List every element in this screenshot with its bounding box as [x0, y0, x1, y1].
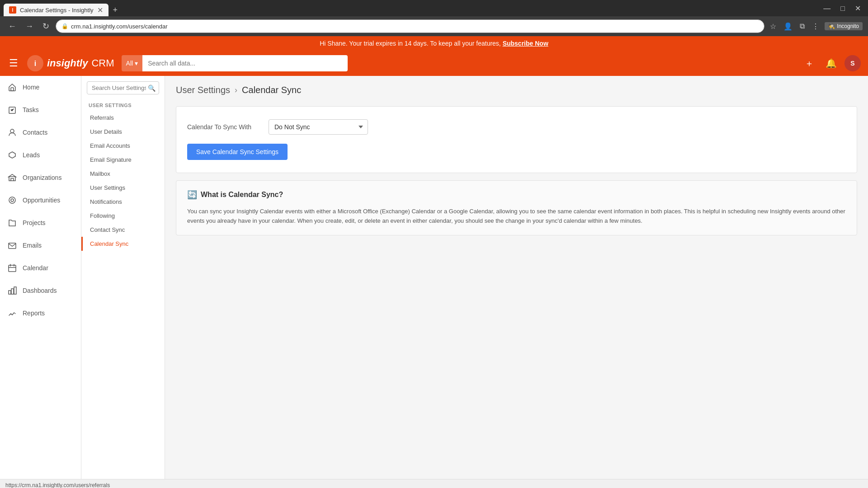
settings-nav-email-signature[interactable]: Email Signature: [81, 153, 165, 167]
breadcrumb: User Settings › Calendar Sync: [176, 85, 857, 95]
svg-rect-11: [9, 291, 11, 294]
logo-area: i insightly CRM: [27, 55, 114, 71]
calendar-sync-select[interactable]: Do Not Sync Google Calendar Microsoft Of…: [269, 119, 368, 135]
sidebar-item-opportunities[interactable]: Opportunities: [0, 189, 81, 211]
maximize-button[interactable]: □: [837, 3, 849, 14]
minimize-button[interactable]: —: [820, 3, 834, 14]
sidebar-item-organizations[interactable]: Organizations: [0, 166, 81, 189]
main-layout: Home Tasks Contacts Leads Organizations: [0, 76, 868, 479]
calendar-sync-info-card: 🔄 What is Calendar Sync? You can sync yo…: [176, 180, 857, 235]
svg-rect-13: [14, 287, 16, 294]
projects-icon: [7, 218, 17, 228]
tab-favicon: I: [9, 6, 16, 14]
incognito-badge: 🕵 Incognito: [825, 22, 863, 30]
notifications-bell-icon[interactable]: 🔔: [823, 55, 839, 71]
address-text: crm.na1.insightly.com/users/calendar: [71, 23, 168, 30]
svg-point-8: [11, 199, 14, 202]
breadcrumb-current: Calendar Sync: [242, 85, 301, 95]
settings-sidebar: 🔍 USER SETTINGS Referrals User Details E…: [81, 76, 165, 479]
sidebar-label-calendar: Calendar: [23, 264, 48, 272]
forward-button[interactable]: →: [23, 20, 36, 33]
sidebar-item-tasks[interactable]: Tasks: [0, 99, 81, 121]
reports-icon: [7, 308, 17, 318]
settings-nav-referrals[interactable]: Referrals: [81, 111, 165, 125]
hamburger-menu-icon[interactable]: ☰: [7, 56, 20, 71]
svg-marker-5: [9, 152, 15, 158]
header-icons: ＋ 🔔 S: [801, 55, 861, 71]
reload-button[interactable]: ↻: [40, 19, 52, 33]
svg-rect-10: [9, 265, 16, 272]
sidebar-item-reports[interactable]: Reports: [0, 302, 81, 324]
search-all-button[interactable]: All ▾: [122, 55, 143, 71]
settings-nav-user-details[interactable]: User Details: [81, 125, 165, 139]
browser-tab-bar: I Calendar Settings - Insightly ✕ + — □ …: [0, 0, 868, 16]
sidebar-item-projects[interactable]: Projects: [0, 211, 81, 234]
new-tab-button[interactable]: +: [108, 4, 123, 16]
sidebar-item-emails[interactable]: Emails: [0, 234, 81, 257]
subscribe-link[interactable]: Subscribe Now: [503, 40, 548, 47]
settings-search-container: 🔍: [87, 81, 159, 94]
opportunities-icon: [7, 195, 17, 205]
settings-dots-icon[interactable]: ⋮: [810, 20, 821, 33]
sidebar-item-dashboards[interactable]: Dashboards: [0, 279, 81, 302]
add-button[interactable]: ＋: [801, 55, 817, 71]
sidebar-item-contacts[interactable]: Contacts: [0, 121, 81, 144]
content-area: 🔍 USER SETTINGS Referrals User Details E…: [81, 76, 868, 479]
sidebar-label-contacts: Contacts: [23, 129, 47, 136]
tasks-icon: [7, 105, 17, 115]
sidebar-label-emails: Emails: [23, 242, 42, 249]
calendar-sync-label: Calendar To Sync With: [187, 123, 259, 131]
sidebar-label-home: Home: [23, 84, 39, 91]
user-avatar[interactable]: S: [844, 55, 861, 71]
bookmark-icon[interactable]: ☆: [768, 20, 778, 33]
sidebar-label-tasks: Tasks: [23, 106, 39, 113]
sidebar-label-dashboards: Dashboards: [23, 287, 57, 294]
search-all-dropdown-icon: ▾: [135, 60, 138, 67]
settings-nav-calendar-sync[interactable]: Calendar Sync: [81, 237, 165, 251]
settings-search-icon: 🔍: [148, 84, 156, 92]
active-browser-tab[interactable]: I Calendar Settings - Insightly ✕: [4, 4, 108, 16]
lock-icon: 🔒: [61, 23, 68, 29]
sync-settings-card: Calendar To Sync With Do Not Sync Google…: [176, 106, 857, 173]
svg-rect-2: [11, 88, 14, 91]
address-bar[interactable]: 🔒 crm.na1.insightly.com/users/calendar: [56, 19, 764, 33]
insightly-logo: i: [27, 55, 43, 71]
settings-nav-mailbox[interactable]: Mailbox: [81, 167, 165, 181]
sync-row: Calendar To Sync With Do Not Sync Google…: [187, 119, 846, 135]
notification-text: Hi Shane. Your trial expires in 14 days.…: [320, 40, 501, 47]
back-button[interactable]: ←: [5, 20, 19, 33]
svg-point-4: [10, 129, 14, 133]
browser-nav-icons: ☆ 👤 ⧉ ⋮ 🕵 Incognito: [768, 20, 863, 33]
global-search-input[interactable]: [142, 55, 347, 71]
emails-icon: [7, 240, 17, 250]
settings-content: User Settings › Calendar Sync Calendar T…: [165, 76, 868, 479]
settings-nav-email-accounts[interactable]: Email Accounts: [81, 139, 165, 153]
svg-rect-9: [9, 243, 16, 249]
settings-nav-user-settings[interactable]: User Settings: [81, 181, 165, 195]
breadcrumb-separator: ›: [235, 85, 237, 95]
notification-bar: Hi Shane. Your trial expires in 14 days.…: [0, 36, 868, 51]
incognito-label: Incognito: [837, 23, 859, 29]
status-bar: https://crm.na1.insightly.com/users/refe…: [0, 479, 868, 488]
settings-nav-contact-sync[interactable]: Contact Sync: [81, 223, 165, 237]
profile-icon[interactable]: 👤: [782, 20, 794, 33]
save-calendar-sync-button[interactable]: Save Calendar Sync Settings: [187, 144, 288, 160]
status-url: https://crm.na1.insightly.com/users/refe…: [5, 482, 110, 488]
breadcrumb-parent[interactable]: User Settings: [176, 85, 230, 95]
settings-nav-following[interactable]: Following: [81, 209, 165, 223]
sidebar-item-leads[interactable]: Leads: [0, 144, 81, 166]
svg-text:i: i: [34, 60, 36, 67]
close-window-button[interactable]: ✕: [851, 2, 864, 14]
tab-close-button[interactable]: ✕: [97, 6, 103, 14]
sidebar-item-calendar[interactable]: Calendar: [0, 257, 81, 279]
svg-rect-12: [11, 289, 14, 294]
extensions-icon[interactable]: ⧉: [798, 20, 807, 32]
search-area: All ▾: [122, 55, 348, 71]
main-sidebar: Home Tasks Contacts Leads Organizations: [0, 76, 81, 479]
info-card-title-text: What is Calendar Sync?: [201, 191, 283, 199]
sidebar-label-opportunities: Opportunities: [23, 197, 60, 204]
dashboards-icon: [7, 286, 17, 296]
info-card-body: You can sync your Insightly Calendar eve…: [187, 207, 846, 226]
settings-nav-notifications[interactable]: Notifications: [81, 195, 165, 209]
sidebar-item-home[interactable]: Home: [0, 76, 81, 99]
